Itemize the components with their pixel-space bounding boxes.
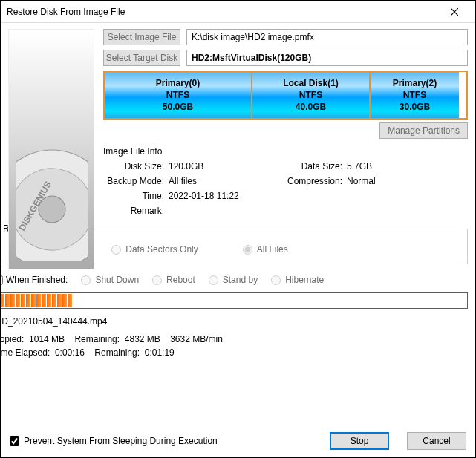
remark-label: Remark: <box>106 206 169 216</box>
manage-partitions-button[interactable]: Manage Partitions <box>379 122 468 139</box>
partition[interactable]: Local Disk(1)NTFS40.0GB <box>252 72 371 118</box>
time-value: 2022-01-18 11:22 <box>169 191 280 201</box>
partition-bar: Primary(0)NTFS50.0GBLocal Disk(1)NTFS40.… <box>103 71 468 120</box>
time-label: Time: <box>106 191 169 201</box>
opt-shutdown[interactable]: Shut Down <box>81 275 139 285</box>
select-target-button[interactable]: Select Target Disk <box>103 50 180 66</box>
current-file: VID_20210504_140444.mp4 <box>0 316 468 327</box>
opt-standby[interactable]: Stand by <box>209 275 258 285</box>
progress-stats: Copied: 1014 MB Remaining: 4832 MB 3632 … <box>0 333 468 359</box>
window-title: Restore Disk From Image File <box>7 7 440 17</box>
when-finished-checkbox[interactable] <box>0 275 3 285</box>
when-finished-label: When Finished: <box>6 275 68 285</box>
titlebar: Restore Disk From Image File <box>1 1 475 23</box>
select-image-button[interactable]: Select Image File <box>103 29 180 45</box>
partition[interactable]: Primary(2)NTFS30.0GB <box>371 72 459 118</box>
restore-all-files[interactable]: All Files <box>243 244 288 255</box>
target-disk-field[interactable]: HD2:MsftVirtualDisk(120GB) <box>186 50 468 66</box>
cancel-button[interactable]: Cancel <box>407 432 466 450</box>
opt-hibernate[interactable]: Hibernate <box>271 275 324 285</box>
data-size-label: Data Size: <box>280 161 347 171</box>
prevent-sleep-row: Prevent System From Sleeping During Exec… <box>10 436 330 446</box>
prevent-sleep-checkbox[interactable] <box>10 436 19 446</box>
stop-button[interactable]: Stop <box>330 432 389 450</box>
image-path-field[interactable]: K:\disk image\HD2 image.pmfx <box>186 29 468 45</box>
opt-reboot[interactable]: Reboot <box>152 275 195 285</box>
backup-mode-value: All files <box>169 176 280 186</box>
data-size-value: 5.7GB <box>347 161 436 171</box>
partition[interactable]: Primary(0)NTFS50.0GB <box>105 72 252 118</box>
image-info-grid: Disk Size: 120.0GB Data Size: 5.7GB Back… <box>106 161 468 216</box>
disk-size-value: 120.0GB <box>169 161 280 171</box>
backup-mode-label: Backup Mode: <box>106 176 169 186</box>
close-icon <box>451 8 458 16</box>
compression-label: Compression: <box>280 176 347 186</box>
close-button[interactable] <box>440 1 469 22</box>
compression-value: Normal <box>347 176 436 186</box>
image-info-title: Image File Info <box>103 146 468 157</box>
when-finished-row: When Finished: Shut Down Reboot Stand by… <box>0 275 468 285</box>
disk-size-label: Disk Size: <box>106 161 169 171</box>
sidebar-illustration: DISKGENIUS <box>8 29 94 269</box>
restore-data-only[interactable]: Data Sectors Only <box>111 244 198 255</box>
prevent-sleep-label: Prevent System From Sleeping During Exec… <box>24 436 218 446</box>
remark-value <box>169 206 280 216</box>
progress-bar <box>0 292 468 309</box>
